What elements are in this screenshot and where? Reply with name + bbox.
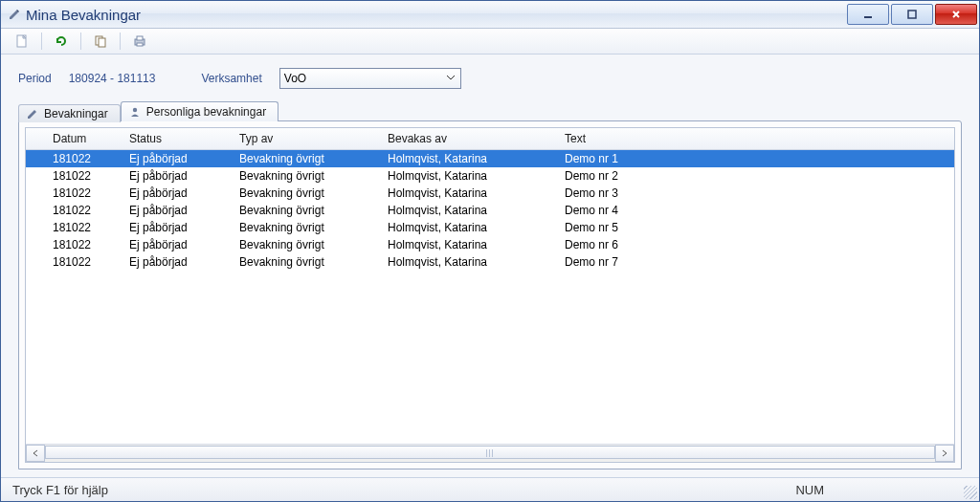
grid-header[interactable]: Datum Status Typ av Bevakas av Text — [26, 128, 954, 150]
scroll-thumb[interactable] — [45, 446, 935, 459]
cell-text: Demo nr 4 — [557, 204, 921, 217]
data-grid[interactable]: Datum Status Typ av Bevakas av Text 1810… — [25, 127, 955, 463]
status-bar: Tryck F1 för hjälp NUM — [1, 477, 979, 501]
col-text[interactable]: Text — [557, 132, 921, 145]
tab-label: Bevakningar — [44, 107, 108, 120]
content-area: Period 180924 - 181113 Verksamhet VoO Be… — [1, 55, 979, 477]
cell-typ: Bevakning övrigt — [232, 204, 380, 217]
cell-typ: Bevakning övrigt — [232, 221, 380, 234]
title-bar[interactable]: Mina Bevakningar — [1, 1, 979, 29]
cell-datum: 181022 — [26, 255, 122, 269]
toolbar-separator — [120, 33, 121, 50]
horizontal-scrollbar[interactable] — [26, 444, 954, 462]
col-typ[interactable]: Typ av — [232, 132, 380, 145]
scroll-left-button[interactable] — [26, 445, 45, 462]
tab-panel: Datum Status Typ av Bevakas av Text 1810… — [18, 120, 962, 469]
table-row[interactable]: 181022Ej påbörjadBevakning övrigtHolmqvi… — [26, 219, 954, 236]
cell-status: Ej påbörjad — [122, 221, 232, 234]
cell-bevakas: Holmqvist, Katarina — [380, 152, 557, 165]
window-title: Mina Bevakningar — [26, 7, 141, 23]
col-status[interactable]: Status — [122, 132, 232, 145]
cell-typ: Bevakning övrigt — [232, 238, 380, 251]
svg-rect-0 — [864, 16, 872, 18]
cell-bevakas: Holmqvist, Katarina — [380, 255, 557, 269]
chevron-down-icon — [443, 70, 458, 85]
app-window: Mina Bevakningar Period 180924 - 181113 … — [0, 0, 980, 502]
cell-text: Demo nr 2 — [557, 169, 921, 183]
close-button[interactable] — [935, 4, 977, 25]
verksamhet-selected: VoO — [284, 72, 306, 85]
verksamhet-label: Verksamhet — [201, 72, 261, 85]
person-icon — [129, 106, 141, 118]
minimize-button[interactable] — [847, 4, 889, 25]
period-label: Period — [18, 72, 52, 85]
cell-status: Ej påbörjad — [122, 169, 232, 183]
period-value: 180924 - 181113 — [69, 72, 156, 85]
table-row[interactable]: 181022Ej påbörjadBevakning övrigtHolmqvi… — [26, 150, 954, 167]
svg-rect-4 — [99, 38, 105, 47]
cell-datum: 181022 — [26, 186, 122, 200]
cell-datum: 181022 — [26, 238, 122, 251]
status-help: Tryck F1 för hjälp — [12, 483, 108, 497]
cell-text: Demo nr 1 — [557, 152, 921, 165]
scroll-right-button[interactable] — [935, 445, 954, 462]
table-row[interactable]: 181022Ej påbörjadBevakning övrigtHolmqvi… — [26, 236, 954, 253]
cell-bevakas: Holmqvist, Katarina — [380, 221, 557, 234]
svg-rect-6 — [137, 36, 143, 40]
cell-datum: 181022 — [26, 221, 122, 234]
svg-rect-1 — [908, 11, 916, 18]
pencil-icon — [27, 108, 38, 120]
cell-status: Ej påbörjad — [122, 152, 232, 165]
cell-text: Demo nr 3 — [557, 186, 921, 200]
cell-text: Demo nr 5 — [557, 221, 921, 234]
cell-text: Demo nr 6 — [557, 238, 921, 251]
cell-typ: Bevakning övrigt — [232, 169, 380, 183]
cell-datum: 181022 — [26, 152, 122, 165]
status-num: NUM — [795, 483, 824, 497]
maximize-button[interactable] — [891, 4, 933, 25]
col-bevakas[interactable]: Bevakas av — [380, 132, 557, 145]
cell-status: Ej påbörjad — [122, 255, 232, 269]
table-row[interactable]: 181022Ej påbörjadBevakning övrigtHolmqvi… — [26, 202, 954, 219]
grid-body[interactable]: 181022Ej påbörjadBevakning övrigtHolmqvi… — [26, 150, 954, 444]
tab-row: Bevakningar Personliga bevakningar — [18, 100, 966, 120]
cell-status: Ej påbörjad — [122, 238, 232, 251]
cell-text: Demo nr 7 — [557, 255, 921, 269]
new-button[interactable] — [12, 32, 32, 51]
tab-label: Personliga bevakningar — [146, 105, 266, 119]
toolbar-separator — [80, 33, 81, 50]
filter-row: Period 180924 - 181113 Verksamhet VoO — [18, 68, 966, 89]
col-datum[interactable]: Datum — [26, 132, 122, 145]
cell-bevakas: Holmqvist, Katarina — [380, 204, 557, 217]
verksamhet-dropdown[interactable]: VoO — [279, 68, 461, 89]
cell-datum: 181022 — [26, 204, 122, 217]
cell-typ: Bevakning övrigt — [232, 186, 380, 200]
cell-status: Ej påbörjad — [122, 186, 232, 200]
cell-bevakas: Holmqvist, Katarina — [380, 238, 557, 251]
table-row[interactable]: 181022Ej påbörjadBevakning övrigtHolmqvi… — [26, 185, 954, 202]
cell-datum: 181022 — [26, 169, 122, 183]
copy-button[interactable] — [91, 32, 110, 51]
scroll-track[interactable] — [45, 446, 935, 461]
refresh-button[interactable] — [52, 32, 71, 51]
toolbar-separator — [41, 33, 42, 50]
tab-personliga[interactable]: Personliga bevakningar — [121, 101, 278, 121]
table-row[interactable]: 181022Ej påbörjadBevakning övrigtHolmqvi… — [26, 167, 954, 185]
svg-rect-7 — [137, 43, 143, 46]
cell-typ: Bevakning övrigt — [232, 152, 380, 165]
cell-bevakas: Holmqvist, Katarina — [380, 169, 557, 183]
cell-bevakas: Holmqvist, Katarina — [380, 186, 557, 200]
cell-typ: Bevakning övrigt — [232, 255, 380, 269]
tab-bevakningar[interactable]: Bevakningar — [18, 104, 121, 122]
toolbar — [1, 29, 979, 55]
app-icon — [9, 9, 20, 20]
table-row[interactable]: 181022Ej påbörjadBevakning övrigtHolmqvi… — [26, 253, 954, 271]
resize-gripper[interactable] — [964, 486, 977, 499]
cell-status: Ej påbörjad — [122, 204, 232, 217]
print-button[interactable] — [130, 32, 149, 51]
svg-point-8 — [133, 108, 137, 112]
